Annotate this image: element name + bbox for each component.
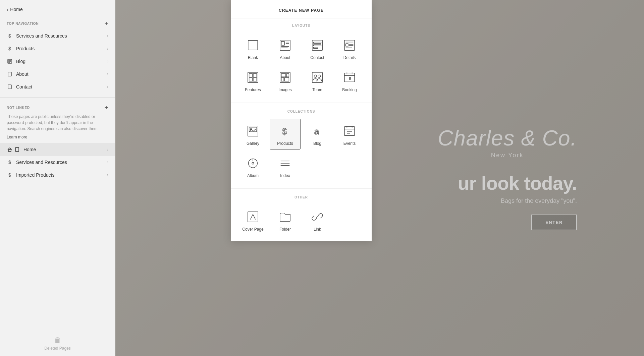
- main-content: Charles & Co. New York ur look today. Ba…: [115, 0, 644, 356]
- layout-features[interactable]: Features: [237, 65, 268, 96]
- sidebar-bottom: 🗑 Deleted Pages: [0, 331, 115, 356]
- svg-line-61: [250, 214, 253, 219]
- sidebar-item-services-resources[interactable]: $ Services and Resources ›: [0, 29, 115, 42]
- about-icon: [278, 38, 292, 53]
- collection-blog[interactable]: a Blog: [302, 119, 333, 150]
- sidebar-item-label: Home: [23, 147, 36, 152]
- sidebar-item-label: Imported Products: [16, 172, 54, 178]
- sidebar-item-imported-products[interactable]: $ Imported Products ›: [0, 169, 115, 181]
- contact-icon: [310, 38, 325, 53]
- layout-images-label: Images: [278, 87, 291, 92]
- events-icon: [342, 124, 357, 138]
- svg-rect-16: [314, 42, 321, 44]
- images-icon: [278, 70, 292, 85]
- not-linked-label: NOT LINKED: [7, 106, 30, 110]
- home-icon: [7, 146, 13, 153]
- layouts-section-title: LAYOUTS: [237, 24, 365, 27]
- layout-about[interactable]: About: [270, 33, 301, 64]
- sidebar-item-contact[interactable]: Contact ›: [0, 80, 115, 93]
- svg-point-37: [318, 75, 321, 77]
- chevron-right-icon: ›: [107, 160, 108, 165]
- other-link[interactable]: Link: [302, 204, 333, 235]
- learn-more-link[interactable]: Learn more: [7, 135, 27, 139]
- dollar-icon: $: [7, 46, 13, 52]
- sidebar-item-services-resources-2[interactable]: $ Services and Resources ›: [0, 156, 115, 169]
- sidebar-item-about[interactable]: About ›: [0, 68, 115, 80]
- svg-rect-29: [253, 78, 257, 81]
- chevron-right-icon: ›: [107, 173, 108, 177]
- page-icon: [7, 84, 13, 90]
- album-icon: [246, 156, 260, 171]
- trash-icon: 🗑: [54, 336, 61, 345]
- svg-text:$: $: [282, 126, 287, 136]
- blank-icon: [246, 38, 260, 53]
- details-icon: [342, 38, 357, 53]
- layout-booking[interactable]: 8 Booking: [334, 65, 365, 96]
- layout-booking-label: Booking: [342, 87, 357, 92]
- sidebar-item-label: Contact: [16, 84, 32, 90]
- layout-about-label: About: [280, 55, 290, 60]
- not-linked-desc-text: These pages are public unless they're di…: [7, 114, 108, 132]
- svg-line-63: [316, 216, 319, 218]
- blog-icon: [7, 58, 13, 64]
- svg-rect-28: [249, 78, 253, 81]
- svg-rect-43: [248, 126, 258, 136]
- collection-album-label: Album: [247, 173, 259, 178]
- sidebar-item-label: Services and Resources: [16, 33, 67, 39]
- svg-rect-6: [8, 150, 11, 152]
- svg-rect-5: [8, 85, 11, 89]
- chevron-right-icon: ›: [107, 46, 108, 51]
- svg-rect-60: [248, 212, 258, 222]
- booking-icon: 8: [342, 70, 357, 85]
- deleted-pages-label: Deleted Pages: [44, 346, 71, 351]
- layout-images[interactable]: Images: [270, 65, 301, 96]
- dollar-icon: $: [7, 33, 13, 39]
- collection-album[interactable]: Album: [237, 151, 268, 182]
- top-nav-add-button[interactable]: +: [104, 20, 108, 27]
- layout-team-label: Team: [312, 87, 322, 92]
- svg-rect-25: [248, 72, 258, 82]
- collection-gallery-label: Gallery: [247, 141, 259, 146]
- page-icon: [7, 71, 13, 77]
- layout-blank-label: Blank: [248, 55, 258, 60]
- sidebar-item-home[interactable]: Home ›: [0, 143, 115, 156]
- other-folder[interactable]: Folder: [270, 204, 301, 235]
- svg-rect-35: [312, 72, 322, 82]
- svg-rect-33: [281, 77, 284, 81]
- other-section: OTHER Cover Page Folder: [231, 190, 372, 241]
- divider-1: [231, 103, 372, 103]
- collections-section-title: COLLECTIONS: [237, 110, 365, 113]
- layout-contact[interactable]: Contact: [302, 33, 333, 64]
- layout-contact-label: Contact: [310, 55, 324, 60]
- collection-events[interactable]: Events: [334, 119, 365, 150]
- products-icon: $: [278, 124, 292, 138]
- index-icon: [278, 156, 292, 171]
- folder-icon: [278, 210, 292, 224]
- collection-gallery[interactable]: Gallery: [237, 119, 268, 150]
- layout-details[interactable]: Details: [334, 33, 365, 64]
- chevron-right-icon: ›: [107, 84, 108, 89]
- sidebar-item-products[interactable]: $ Products ›: [0, 42, 115, 55]
- collection-blog-label: Blog: [313, 141, 321, 146]
- back-label: Home: [10, 7, 22, 12]
- divider: [0, 97, 115, 98]
- not-linked-add-button[interactable]: +: [104, 104, 108, 111]
- back-button[interactable]: ‹ Home: [0, 0, 115, 17]
- layout-blank[interactable]: Blank: [237, 33, 268, 64]
- layout-team[interactable]: Team: [302, 65, 333, 96]
- svg-rect-21: [346, 44, 348, 46]
- collection-products[interactable]: $ Products: [270, 119, 301, 150]
- svg-rect-17: [314, 45, 321, 46]
- not-linked-header: NOT LINKED +: [0, 102, 115, 114]
- collection-products-label: Products: [277, 141, 293, 146]
- chevron-right-icon: ›: [107, 34, 108, 38]
- collection-index[interactable]: Index: [270, 151, 301, 182]
- sidebar-item-blog[interactable]: Blog ›: [0, 55, 115, 68]
- divider-2: [231, 188, 372, 189]
- collection-events-label: Events: [343, 141, 356, 146]
- svg-point-55: [252, 162, 254, 164]
- chevron-left-icon: ‹: [7, 7, 8, 12]
- svg-text:a: a: [314, 126, 319, 136]
- other-cover-page[interactable]: Cover Page: [237, 204, 268, 235]
- dollar-icon: $: [7, 172, 13, 178]
